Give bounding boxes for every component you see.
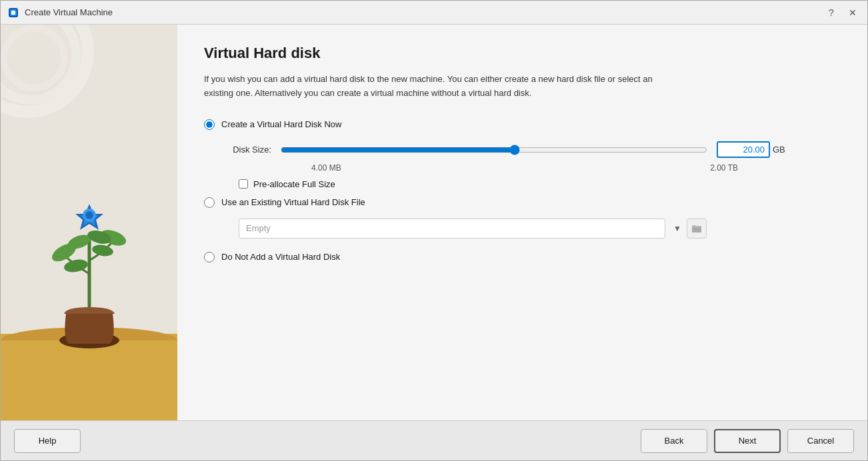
virtualbox-icon: [7, 7, 19, 19]
no-disk-radio[interactable]: [204, 252, 215, 262]
page-description: If you wish you can add a virtual hard d…: [204, 73, 684, 101]
browse-button[interactable]: [687, 219, 707, 238]
existing-disk-dropdown-row: Empty ▼: [239, 219, 841, 238]
footer: Help Back Next Cancel: [1, 420, 867, 460]
page-title: Virtual Hard disk: [204, 45, 841, 62]
dropdown-arrow-icon: ▼: [673, 224, 681, 233]
next-button[interactable]: Next: [714, 429, 781, 453]
back-button[interactable]: Back: [641, 429, 707, 453]
disk-size-input-wrap: GB: [717, 141, 785, 158]
folder-icon: [691, 223, 702, 234]
preallocate-label: Pre-allocate Full Size: [253, 179, 335, 189]
no-disk-label: Do Not Add a Virtual Hard Disk: [221, 252, 340, 262]
main-window: Create Virtual Machine ? ✕: [0, 0, 868, 461]
svg-point-8: [91, 243, 113, 257]
options-area: Create a Virtual Hard Disk Now Disk Size…: [204, 119, 841, 407]
create-new-option[interactable]: Create a Virtual Hard Disk Now: [204, 119, 841, 130]
create-new-label: Create a Virtual Hard Disk Now: [221, 119, 341, 129]
content-area: Virtual Hard disk If you wish you can ad…: [1, 25, 867, 420]
slider-labels: 4.00 MB 2.00 TB: [311, 163, 738, 173]
existing-disk-label: Use an Existing Virtual Hard Disk File: [221, 197, 365, 207]
window-controls: ? ✕: [823, 5, 861, 21]
svg-rect-2: [11, 11, 15, 15]
disk-size-input[interactable]: [717, 141, 770, 158]
sidebar-illustration: [1, 25, 177, 420]
existing-disk-radio[interactable]: [204, 197, 215, 208]
disk-size-unit: GB: [773, 145, 785, 155]
footer-left: Help: [14, 429, 641, 453]
no-disk-option[interactable]: Do Not Add a Virtual Hard Disk: [204, 252, 841, 262]
disk-size-slider-container: [281, 141, 707, 159]
help-button[interactable]: Help: [14, 429, 81, 453]
title-bar: Create Virtual Machine ? ✕: [1, 1, 867, 25]
disk-size-label: Disk Size:: [221, 145, 271, 155]
plant-illustration: [36, 167, 143, 354]
cancel-button[interactable]: Cancel: [787, 429, 854, 453]
existing-disk-option[interactable]: Use an Existing Virtual Hard Disk File: [204, 197, 841, 208]
disk-size-slider[interactable]: [281, 145, 707, 155]
main-panel: Virtual Hard disk If you wish you can ad…: [177, 25, 867, 420]
preallocate-row[interactable]: Pre-allocate Full Size: [239, 179, 841, 189]
help-button[interactable]: ?: [823, 5, 839, 21]
preallocate-checkbox[interactable]: [239, 179, 248, 189]
existing-disk-select[interactable]: Empty: [239, 219, 665, 238]
footer-right: Back Next Cancel: [641, 429, 854, 453]
slider-min-label: 4.00 MB: [311, 163, 341, 173]
slider-max-label: 2.00 TB: [710, 163, 738, 173]
close-button[interactable]: ✕: [845, 5, 861, 21]
window-title: Create Virtual Machine: [25, 7, 823, 17]
svg-point-14: [85, 211, 93, 219]
create-new-radio[interactable]: [204, 119, 215, 130]
disk-size-row: Disk Size: GB: [221, 141, 841, 159]
